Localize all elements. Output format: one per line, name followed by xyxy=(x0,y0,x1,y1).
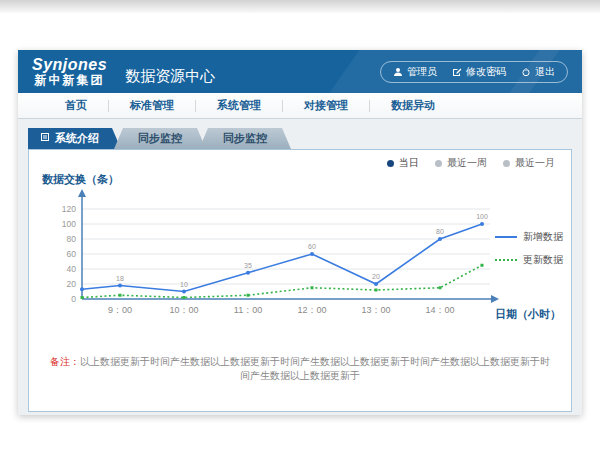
footnote: 备注：以上数据更新于时间产生数据以上数据更新于时间产生数据以上数据更新于时间产生… xyxy=(29,355,571,383)
logout-label: 退出 xyxy=(535,65,555,79)
nav-item-standard-mgmt[interactable]: 标准管理 xyxy=(109,98,195,113)
svg-text:100: 100 xyxy=(62,219,76,229)
footnote-prefix: 备注： xyxy=(50,356,80,367)
svg-text:12：00: 12：00 xyxy=(297,305,326,315)
legend-item-new-data[interactable]: 新增数据 xyxy=(495,230,563,244)
svg-text:40: 40 xyxy=(67,264,77,274)
logo-text-cn: 新中新集团 xyxy=(32,74,107,87)
svg-text:9：00: 9：00 xyxy=(108,305,132,315)
nav-item-data-change[interactable]: 数据异动 xyxy=(370,98,456,113)
power-icon xyxy=(521,67,531,77)
window-top-edge xyxy=(0,0,600,13)
tab-system-intro[interactable]: 系统介绍 xyxy=(28,128,121,149)
chart-panel: 当日 最近一周 最近一月 数据交换（条） 0204060801001209：00… xyxy=(28,149,572,412)
svg-text:20: 20 xyxy=(67,279,77,289)
svg-text:18: 18 xyxy=(116,275,124,282)
nav-item-home[interactable]: 首页 xyxy=(44,98,108,113)
radio-label: 最近一月 xyxy=(515,156,555,170)
brand-logo: Synjones 新中新集团 xyxy=(18,57,107,86)
user-toolbar: 管理员 修改密码 退出 xyxy=(380,61,568,83)
legend-label: 更新数据 xyxy=(523,253,563,267)
svg-text:10：00: 10：00 xyxy=(169,305,198,315)
tab-sync-monitor-2[interactable]: 同步监控 xyxy=(199,128,291,149)
time-range-filter: 当日 最近一周 最近一月 xyxy=(387,156,555,170)
svg-text:120: 120 xyxy=(62,204,76,214)
radio-last-week[interactable]: 最近一周 xyxy=(435,156,487,170)
tab-label: 系统介绍 xyxy=(55,128,99,149)
nav-item-system-mgmt[interactable]: 系统管理 xyxy=(196,98,282,113)
radio-label: 最近一周 xyxy=(447,156,487,170)
page-title: 数据资源中心 xyxy=(125,67,215,86)
user-name-label: 管理员 xyxy=(407,65,437,79)
chart-legend: 新增数据 更新数据 xyxy=(495,230,563,276)
logo-text-en: Synjones xyxy=(32,57,107,74)
edit-icon xyxy=(452,67,462,77)
page-container: Synjones 新中新集团 数据资源中心 管理员 修改密码 xyxy=(18,50,582,415)
main-nav: 首页 标准管理 系统管理 对接管理 数据异动 xyxy=(18,93,582,119)
content-area: 系统介绍 同步监控 同步监控 当日 最近一周 xyxy=(18,119,582,415)
svg-text:20: 20 xyxy=(372,273,380,280)
tab-bar: 系统介绍 同步监控 同步监控 xyxy=(28,119,582,149)
y-axis-title: 数据交换（条） xyxy=(42,172,119,187)
solid-line-swatch xyxy=(495,236,517,238)
radio-last-month[interactable]: 最近一月 xyxy=(503,156,555,170)
radio-label: 当日 xyxy=(399,156,419,170)
radio-dot xyxy=(435,160,442,167)
radio-dot xyxy=(387,160,394,167)
svg-text:14：00: 14：00 xyxy=(425,305,454,315)
svg-text:60: 60 xyxy=(308,243,316,250)
footnote-text: 以上数据更新于时间产生数据以上数据更新于时间产生数据以上数据更新于时间产生数据以… xyxy=(80,356,550,381)
app-header: Synjones 新中新集团 数据资源中心 管理员 修改密码 xyxy=(18,50,582,93)
radio-today[interactable]: 当日 xyxy=(387,156,419,170)
radio-dot xyxy=(503,160,510,167)
svg-text:10: 10 xyxy=(180,281,188,288)
svg-text:35: 35 xyxy=(244,262,252,269)
document-icon xyxy=(40,128,50,149)
svg-text:0: 0 xyxy=(71,294,76,304)
legend-label: 新增数据 xyxy=(523,230,563,244)
svg-text:11：00: 11：00 xyxy=(234,305,262,315)
tab-sync-monitor-1[interactable]: 同步监控 xyxy=(114,128,206,149)
x-axis-title: 日期（小时） xyxy=(495,307,561,322)
dotted-line-swatch xyxy=(495,259,517,261)
nav-item-connection-mgmt[interactable]: 对接管理 xyxy=(283,98,369,113)
screen: Synjones 新中新集团 数据资源中心 管理员 修改密码 xyxy=(0,0,600,450)
change-password-label: 修改密码 xyxy=(466,65,506,79)
svg-text:80: 80 xyxy=(436,228,444,235)
logout-button[interactable]: 退出 xyxy=(521,65,555,79)
svg-text:60: 60 xyxy=(67,249,77,259)
change-password-button[interactable]: 修改密码 xyxy=(452,65,506,79)
legend-item-updated-data[interactable]: 更新数据 xyxy=(495,253,563,267)
svg-text:80: 80 xyxy=(67,234,77,244)
svg-text:100: 100 xyxy=(476,213,488,220)
user-icon xyxy=(393,67,403,77)
line-chart: 0204060801001209：0010：0011：0012：0013：001… xyxy=(47,186,507,336)
svg-text:13：00: 13：00 xyxy=(361,305,390,315)
current-user[interactable]: 管理员 xyxy=(393,65,437,79)
